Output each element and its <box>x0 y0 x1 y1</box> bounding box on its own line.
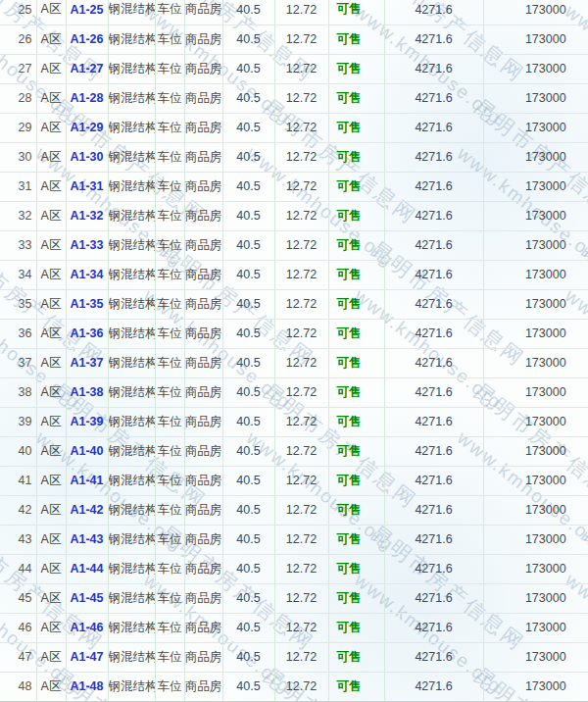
unit-price: 4271.6 <box>384 113 483 142</box>
area: 40.5 <box>222 260 274 289</box>
unit-link[interactable]: A1-41 <box>70 474 103 487</box>
row-number: 42 <box>0 495 36 525</box>
purpose: 车位 <box>155 583 184 613</box>
unit-link[interactable]: A1-43 <box>70 532 103 546</box>
purpose: 车位 <box>155 260 184 289</box>
table-row: 26A区A1-26钢混结构车位商品房40.512.72可售4271.617300… <box>0 25 588 54</box>
property-nature: 商品房 <box>184 201 222 230</box>
area: 40.5 <box>222 495 274 525</box>
inner-area: 12.72 <box>274 113 328 142</box>
unit-link[interactable]: A1-32 <box>70 209 103 223</box>
sale-status: 可售 <box>328 495 384 525</box>
unit-link[interactable]: A1-46 <box>70 621 103 634</box>
table-row: 46A区A1-46钢混结构车位商品房40.512.72可售4271.617300… <box>0 613 588 642</box>
inner-area: 12.72 <box>274 289 328 319</box>
unit-link[interactable]: A1-33 <box>70 238 103 252</box>
sale-status: 可售 <box>328 142 384 172</box>
sale-status: 可售 <box>328 377 384 407</box>
unit-price: 4271.6 <box>384 613 483 642</box>
district: A区 <box>36 466 66 495</box>
unit-link[interactable]: A1-35 <box>70 297 103 311</box>
unit-cell: A1-47 <box>66 642 108 672</box>
unit-link[interactable]: A1-36 <box>70 326 103 340</box>
total-price: 173000 <box>483 613 588 642</box>
row-number: 38 <box>0 377 36 407</box>
unit-link[interactable]: A1-42 <box>70 503 103 517</box>
unit-cell: A1-40 <box>66 436 108 466</box>
property-nature: 商品房 <box>184 230 222 260</box>
unit-link[interactable]: A1-28 <box>70 91 103 105</box>
property-nature: 商品房 <box>184 554 222 583</box>
property-nature: 商品房 <box>184 83 222 113</box>
unit-price: 4271.6 <box>384 495 483 525</box>
district: A区 <box>36 230 66 260</box>
unit-price: 4271.6 <box>384 672 483 701</box>
table-row: 25A区A1-25钢混结构车位商品房40.512.72可售4271.617300… <box>0 0 588 25</box>
total-price: 173000 <box>483 583 588 613</box>
sale-status: 可售 <box>328 525 384 554</box>
unit-link[interactable]: A1-38 <box>70 385 103 399</box>
purpose: 车位 <box>155 436 184 466</box>
row-number: 27 <box>0 54 36 83</box>
row-number: 44 <box>0 554 36 583</box>
purpose: 车位 <box>155 54 184 83</box>
sale-status-text: 可售 <box>337 150 362 164</box>
unit-price: 4271.6 <box>384 54 483 83</box>
property-nature: 商品房 <box>184 613 222 642</box>
sale-status-text: 可售 <box>337 474 362 487</box>
total-price: 173000 <box>483 83 588 113</box>
unit-link[interactable]: A1-30 <box>70 150 103 164</box>
unit-link[interactable]: A1-40 <box>70 444 103 458</box>
unit-link[interactable]: A1-45 <box>70 591 103 605</box>
table-row: 30A区A1-30钢混结构车位商品房40.512.72可售4271.617300… <box>0 142 588 172</box>
structure: 钢混结构 <box>108 613 155 642</box>
unit-link[interactable]: A1-27 <box>70 62 103 75</box>
unit-cell: A1-29 <box>66 113 108 142</box>
total-price: 173000 <box>483 25 588 54</box>
unit-cell: A1-42 <box>66 495 108 525</box>
unit-price: 4271.6 <box>384 407 483 436</box>
total-price: 173000 <box>483 0 588 25</box>
row-number: 32 <box>0 201 36 230</box>
table-row: 44A区A1-44钢混结构车位商品房40.512.72可售4271.617300… <box>0 554 588 583</box>
unit-cell: A1-38 <box>66 377 108 407</box>
unit-link[interactable]: A1-29 <box>70 121 103 134</box>
district: A区 <box>36 25 66 54</box>
sale-status: 可售 <box>328 348 384 377</box>
unit-link[interactable]: A1-47 <box>70 650 103 664</box>
inner-area: 12.72 <box>274 54 328 83</box>
purpose: 车位 <box>155 525 184 554</box>
area: 40.5 <box>222 613 274 642</box>
district: A区 <box>36 525 66 554</box>
unit-link[interactable]: A1-25 <box>70 3 103 17</box>
row-number: 39 <box>0 407 36 436</box>
structure: 钢混结构 <box>108 583 155 613</box>
inner-area: 12.72 <box>274 319 328 348</box>
table-row: 33A区A1-33钢混结构车位商品房40.512.72可售4271.617300… <box>0 230 588 260</box>
sale-status-text: 可售 <box>337 650 362 664</box>
purpose: 车位 <box>155 377 184 407</box>
row-number: 28 <box>0 83 36 113</box>
structure: 钢混结构 <box>108 377 155 407</box>
unit-link[interactable]: A1-48 <box>70 679 103 693</box>
unit-link[interactable]: A1-44 <box>70 562 103 576</box>
purpose: 车位 <box>155 613 184 642</box>
unit-cell: A1-32 <box>66 201 108 230</box>
unit-link[interactable]: A1-37 <box>70 356 103 370</box>
structure: 钢混结构 <box>108 172 155 201</box>
sale-status: 可售 <box>328 436 384 466</box>
property-nature: 商品房 <box>184 319 222 348</box>
inner-area: 12.72 <box>274 377 328 407</box>
total-price: 173000 <box>483 436 588 466</box>
purpose: 车位 <box>155 319 184 348</box>
unit-link[interactable]: A1-31 <box>70 179 103 193</box>
property-nature: 商品房 <box>184 436 222 466</box>
unit-link[interactable]: A1-26 <box>70 32 103 46</box>
row-number: 47 <box>0 642 36 672</box>
sale-status: 可售 <box>328 201 384 230</box>
unit-link[interactable]: A1-39 <box>70 415 103 428</box>
inner-area: 12.72 <box>274 583 328 613</box>
table-row: 42A区A1-42钢混结构车位商品房40.512.72可售4271.617300… <box>0 495 588 525</box>
total-price: 173000 <box>483 230 588 260</box>
unit-link[interactable]: A1-34 <box>70 268 103 281</box>
